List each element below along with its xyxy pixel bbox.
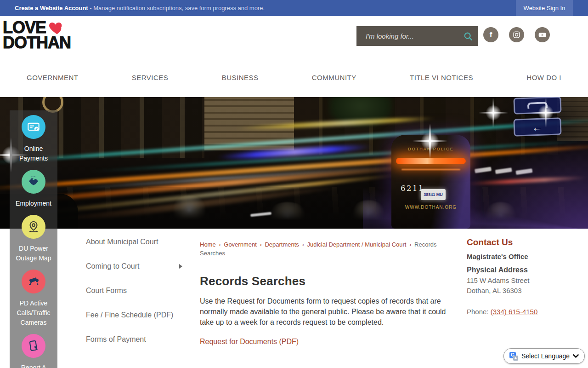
breadcrumb-separator: › bbox=[217, 241, 222, 248]
menu-item-label: About Municipal Court bbox=[86, 237, 158, 247]
contact-panel: Contact Us Magistrate's Office Physical … bbox=[467, 237, 575, 316]
page: Create a Website Account - Manage notifi… bbox=[0, 0, 588, 368]
request-for-documents-link[interactable]: Request for Documents (PDF) bbox=[200, 338, 299, 346]
quick-links-strip: Online Payments Employment DU Power Outa… bbox=[10, 110, 57, 368]
physical-address-label: Physical Address bbox=[467, 265, 575, 275]
breadcrumb-departments[interactable]: Departments bbox=[265, 241, 299, 248]
breadcrumb-separator: › bbox=[408, 241, 413, 248]
main-navigation: GOVERNMENT SERVICES BUSINESS COMMUNITY T… bbox=[0, 64, 588, 97]
chevron-down-icon bbox=[573, 354, 579, 358]
star-flare bbox=[531, 98, 561, 128]
google-translate-icon: GA bbox=[509, 352, 518, 361]
quick-link-report-a-concern[interactable]: Report A bbox=[10, 334, 57, 368]
quick-link-label: DU Power Outage Map bbox=[10, 244, 57, 263]
menu-item-court-forms[interactable]: Court Forms bbox=[86, 286, 187, 296]
account-tagline: - Manage notification subscriptions, sav… bbox=[88, 5, 265, 12]
heart-icon bbox=[48, 18, 66, 35]
phone-report-icon bbox=[22, 334, 45, 358]
quick-link-pd-active-calls-traffic-cameras[interactable]: PD Active Calls/Traffic Cameras bbox=[10, 270, 57, 328]
nav-title-vi-notices[interactable]: TITLE VI NOTICES bbox=[410, 74, 473, 81]
quick-link-label: Employment bbox=[10, 199, 57, 208]
nav-government[interactable]: GOVERNMENT bbox=[27, 74, 79, 81]
menu-item-label: Forms of Payment bbox=[86, 334, 146, 345]
nav-services[interactable]: SERVICES bbox=[132, 74, 169, 81]
create-account-link[interactable]: Create a Website Account bbox=[15, 5, 88, 12]
menu-item-about-municipal-court[interactable]: About Municipal Court bbox=[86, 237, 187, 247]
credit-card-icon bbox=[22, 115, 45, 139]
quick-link-label: PD Active Calls/Traffic Cameras bbox=[10, 299, 57, 328]
facebook-button[interactable]: f bbox=[483, 27, 498, 42]
social-links: f bbox=[483, 27, 550, 42]
quick-link-online-payments[interactable]: Online Payments bbox=[10, 115, 57, 163]
taillight-line bbox=[401, 169, 460, 170]
search-input[interactable] bbox=[356, 32, 458, 40]
star-flare bbox=[413, 124, 447, 159]
contact-office-name: Magistrate's Office bbox=[467, 252, 575, 261]
breadcrumb-separator: › bbox=[258, 241, 263, 248]
select-language-label: Select Language bbox=[521, 352, 570, 360]
instagram-button[interactable] bbox=[509, 27, 524, 42]
license-plate: 38841 MU bbox=[421, 189, 446, 200]
taillight-bar bbox=[396, 158, 466, 164]
select-language-button[interactable]: GA Select Language bbox=[503, 348, 585, 364]
logo-text-dothan: DOTHAN bbox=[3, 35, 71, 50]
contact-heading: Contact Us bbox=[467, 237, 575, 248]
menu-item-coming-to-court[interactable]: Coming to Court bbox=[86, 261, 187, 271]
breadcrumb-home[interactable]: Home bbox=[200, 241, 216, 248]
quick-link-label: Online Payments bbox=[10, 144, 57, 163]
site-search bbox=[356, 26, 478, 46]
nav-how-do-i[interactable]: HOW DO I bbox=[526, 74, 561, 81]
top-utility-bar: Create a Website Account - Manage notifi… bbox=[0, 0, 588, 16]
instagram-icon bbox=[513, 31, 520, 39]
youtube-icon bbox=[538, 32, 546, 38]
police-car-url-text: WWW.DOTHAN.ORG bbox=[391, 205, 470, 210]
sign-in-label: Website Sign In bbox=[524, 5, 565, 12]
search-icon bbox=[463, 31, 473, 41]
site-logo[interactable]: LOVE DOTHAN bbox=[3, 20, 71, 50]
quick-link-label: Report A bbox=[10, 363, 57, 368]
submenu-arrow-icon bbox=[179, 264, 182, 269]
search-button[interactable] bbox=[458, 26, 478, 46]
site-header: LOVE DOTHAN f bbox=[0, 16, 588, 64]
menu-item-forms-of-payment[interactable]: Forms of Payment bbox=[86, 334, 187, 345]
page-title: Records Searches bbox=[200, 274, 450, 288]
hero-image: DOTHAN POLICE 6211 38841 MU WWW.DOTHAN.O… bbox=[0, 97, 588, 229]
handshake-icon bbox=[22, 170, 45, 194]
map-pin-icon bbox=[22, 215, 45, 239]
menu-item-label: Coming to Court bbox=[86, 261, 140, 271]
breadcrumb-government[interactable]: Government bbox=[224, 241, 257, 248]
address-line-2: Dothan, AL 36303 bbox=[467, 286, 575, 296]
quick-link-employment[interactable]: Employment bbox=[10, 170, 57, 208]
security-camera-icon bbox=[22, 270, 45, 293]
phone-label: Phone: bbox=[467, 308, 491, 316]
main-content: Home › Government › Departments › Judici… bbox=[200, 240, 450, 346]
youtube-button[interactable] bbox=[535, 27, 550, 42]
menu-item-label: Court Forms bbox=[86, 286, 127, 296]
nav-business[interactable]: BUSINESS bbox=[222, 74, 259, 81]
phone-link[interactable]: (334) 615-4150 bbox=[491, 308, 538, 316]
account-promo-text[interactable]: Create a Website Account - Manage notifi… bbox=[15, 5, 265, 12]
quick-link-du-power-outage-map[interactable]: DU Power Outage Map bbox=[10, 215, 57, 263]
facebook-icon: f bbox=[490, 30, 492, 40]
star-flare bbox=[479, 98, 509, 128]
menu-item-fee-fine-schedule[interactable]: Fee / Fine Schedule (PDF) bbox=[86, 310, 187, 320]
menu-item-label: Fee / Fine Schedule (PDF) bbox=[86, 310, 173, 320]
website-sign-in-button[interactable]: Website Sign In bbox=[516, 0, 573, 16]
page-body-text: Use the Request for Documents form to re… bbox=[200, 296, 450, 328]
address-line-1: 115 W Adams Street bbox=[467, 276, 575, 286]
breadcrumb-judicial-department[interactable]: Judicial Department / Municipal Court bbox=[307, 241, 406, 248]
phone-row: Phone: (334) 615-4150 bbox=[467, 308, 575, 316]
nav-community[interactable]: COMMUNITY bbox=[312, 74, 356, 81]
breadcrumb: Home › Government › Departments › Judici… bbox=[200, 240, 450, 258]
section-menu: About Municipal Court Coming to Court Co… bbox=[86, 237, 187, 359]
breadcrumb-separator: › bbox=[300, 241, 305, 248]
